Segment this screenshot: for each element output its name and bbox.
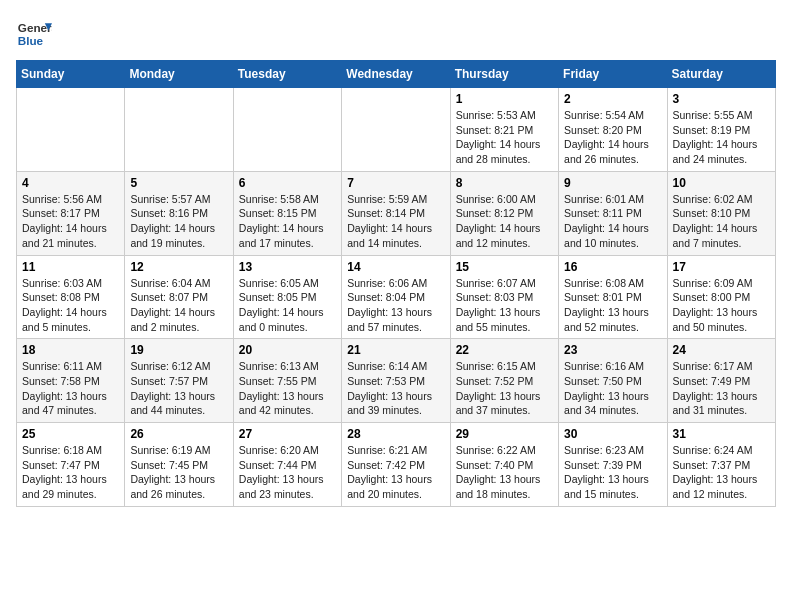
day-detail: Sunrise: 5:56 AMSunset: 8:17 PMDaylight:… (22, 192, 119, 251)
calendar-cell: 25Sunrise: 6:18 AMSunset: 7:47 PMDayligh… (17, 423, 125, 507)
day-number: 31 (673, 427, 770, 441)
day-detail: Sunrise: 6:01 AMSunset: 8:11 PMDaylight:… (564, 192, 661, 251)
day-detail: Sunrise: 6:03 AMSunset: 8:08 PMDaylight:… (22, 276, 119, 335)
day-number: 14 (347, 260, 444, 274)
day-number: 30 (564, 427, 661, 441)
day-header-thursday: Thursday (450, 61, 558, 88)
calendar-cell: 15Sunrise: 6:07 AMSunset: 8:03 PMDayligh… (450, 255, 558, 339)
svg-text:General: General (18, 21, 52, 34)
day-number: 11 (22, 260, 119, 274)
calendar-cell (233, 88, 341, 172)
calendar-cell (17, 88, 125, 172)
day-header-sunday: Sunday (17, 61, 125, 88)
day-number: 12 (130, 260, 227, 274)
day-number: 10 (673, 176, 770, 190)
calendar-cell: 3Sunrise: 5:55 AMSunset: 8:19 PMDaylight… (667, 88, 775, 172)
day-detail: Sunrise: 6:02 AMSunset: 8:10 PMDaylight:… (673, 192, 770, 251)
day-detail: Sunrise: 5:53 AMSunset: 8:21 PMDaylight:… (456, 108, 553, 167)
calendar-cell: 18Sunrise: 6:11 AMSunset: 7:58 PMDayligh… (17, 339, 125, 423)
calendar-cell: 12Sunrise: 6:04 AMSunset: 8:07 PMDayligh… (125, 255, 233, 339)
day-detail: Sunrise: 6:00 AMSunset: 8:12 PMDaylight:… (456, 192, 553, 251)
day-number: 26 (130, 427, 227, 441)
calendar-cell: 17Sunrise: 6:09 AMSunset: 8:00 PMDayligh… (667, 255, 775, 339)
calendar-cell: 23Sunrise: 6:16 AMSunset: 7:50 PMDayligh… (559, 339, 667, 423)
logo: General Blue (16, 16, 52, 52)
day-detail: Sunrise: 5:58 AMSunset: 8:15 PMDaylight:… (239, 192, 336, 251)
day-detail: Sunrise: 5:55 AMSunset: 8:19 PMDaylight:… (673, 108, 770, 167)
calendar-cell: 24Sunrise: 6:17 AMSunset: 7:49 PMDayligh… (667, 339, 775, 423)
logo-icon: General Blue (16, 16, 52, 52)
day-detail: Sunrise: 6:17 AMSunset: 7:49 PMDaylight:… (673, 359, 770, 418)
calendar-cell: 1Sunrise: 5:53 AMSunset: 8:21 PMDaylight… (450, 88, 558, 172)
day-header-friday: Friday (559, 61, 667, 88)
calendar-cell: 4Sunrise: 5:56 AMSunset: 8:17 PMDaylight… (17, 171, 125, 255)
day-header-monday: Monday (125, 61, 233, 88)
calendar-week-row: 11Sunrise: 6:03 AMSunset: 8:08 PMDayligh… (17, 255, 776, 339)
day-detail: Sunrise: 6:04 AMSunset: 8:07 PMDaylight:… (130, 276, 227, 335)
day-number: 1 (456, 92, 553, 106)
calendar-cell: 2Sunrise: 5:54 AMSunset: 8:20 PMDaylight… (559, 88, 667, 172)
day-number: 17 (673, 260, 770, 274)
day-number: 25 (22, 427, 119, 441)
calendar-week-row: 4Sunrise: 5:56 AMSunset: 8:17 PMDaylight… (17, 171, 776, 255)
day-header-wednesday: Wednesday (342, 61, 450, 88)
day-detail: Sunrise: 6:07 AMSunset: 8:03 PMDaylight:… (456, 276, 553, 335)
calendar-cell: 6Sunrise: 5:58 AMSunset: 8:15 PMDaylight… (233, 171, 341, 255)
day-detail: Sunrise: 5:59 AMSunset: 8:14 PMDaylight:… (347, 192, 444, 251)
day-detail: Sunrise: 6:05 AMSunset: 8:05 PMDaylight:… (239, 276, 336, 335)
day-detail: Sunrise: 6:16 AMSunset: 7:50 PMDaylight:… (564, 359, 661, 418)
day-detail: Sunrise: 6:24 AMSunset: 7:37 PMDaylight:… (673, 443, 770, 502)
day-detail: Sunrise: 6:09 AMSunset: 8:00 PMDaylight:… (673, 276, 770, 335)
day-number: 8 (456, 176, 553, 190)
day-detail: Sunrise: 6:08 AMSunset: 8:01 PMDaylight:… (564, 276, 661, 335)
calendar-cell: 9Sunrise: 6:01 AMSunset: 8:11 PMDaylight… (559, 171, 667, 255)
calendar-cell: 29Sunrise: 6:22 AMSunset: 7:40 PMDayligh… (450, 423, 558, 507)
calendar-cell: 14Sunrise: 6:06 AMSunset: 8:04 PMDayligh… (342, 255, 450, 339)
calendar-cell: 30Sunrise: 6:23 AMSunset: 7:39 PMDayligh… (559, 423, 667, 507)
calendar-cell: 21Sunrise: 6:14 AMSunset: 7:53 PMDayligh… (342, 339, 450, 423)
calendar-week-row: 1Sunrise: 5:53 AMSunset: 8:21 PMDaylight… (17, 88, 776, 172)
calendar-cell: 11Sunrise: 6:03 AMSunset: 8:08 PMDayligh… (17, 255, 125, 339)
calendar-week-row: 25Sunrise: 6:18 AMSunset: 7:47 PMDayligh… (17, 423, 776, 507)
day-number: 22 (456, 343, 553, 357)
day-detail: Sunrise: 6:21 AMSunset: 7:42 PMDaylight:… (347, 443, 444, 502)
day-number: 28 (347, 427, 444, 441)
day-detail: Sunrise: 6:15 AMSunset: 7:52 PMDaylight:… (456, 359, 553, 418)
day-number: 27 (239, 427, 336, 441)
calendar-cell: 31Sunrise: 6:24 AMSunset: 7:37 PMDayligh… (667, 423, 775, 507)
day-header-saturday: Saturday (667, 61, 775, 88)
day-number: 9 (564, 176, 661, 190)
calendar-cell: 26Sunrise: 6:19 AMSunset: 7:45 PMDayligh… (125, 423, 233, 507)
day-number: 3 (673, 92, 770, 106)
day-number: 7 (347, 176, 444, 190)
calendar-cell: 16Sunrise: 6:08 AMSunset: 8:01 PMDayligh… (559, 255, 667, 339)
calendar-table: SundayMondayTuesdayWednesdayThursdayFrid… (16, 60, 776, 507)
calendar-cell: 22Sunrise: 6:15 AMSunset: 7:52 PMDayligh… (450, 339, 558, 423)
day-detail: Sunrise: 6:13 AMSunset: 7:55 PMDaylight:… (239, 359, 336, 418)
calendar-cell: 27Sunrise: 6:20 AMSunset: 7:44 PMDayligh… (233, 423, 341, 507)
day-number: 2 (564, 92, 661, 106)
day-number: 18 (22, 343, 119, 357)
calendar-cell: 28Sunrise: 6:21 AMSunset: 7:42 PMDayligh… (342, 423, 450, 507)
day-detail: Sunrise: 6:20 AMSunset: 7:44 PMDaylight:… (239, 443, 336, 502)
day-detail: Sunrise: 6:22 AMSunset: 7:40 PMDaylight:… (456, 443, 553, 502)
day-detail: Sunrise: 5:57 AMSunset: 8:16 PMDaylight:… (130, 192, 227, 251)
day-detail: Sunrise: 6:12 AMSunset: 7:57 PMDaylight:… (130, 359, 227, 418)
day-detail: Sunrise: 6:11 AMSunset: 7:58 PMDaylight:… (22, 359, 119, 418)
day-number: 5 (130, 176, 227, 190)
day-detail: Sunrise: 6:14 AMSunset: 7:53 PMDaylight:… (347, 359, 444, 418)
day-number: 13 (239, 260, 336, 274)
calendar-cell: 10Sunrise: 6:02 AMSunset: 8:10 PMDayligh… (667, 171, 775, 255)
calendar-cell: 7Sunrise: 5:59 AMSunset: 8:14 PMDaylight… (342, 171, 450, 255)
day-number: 16 (564, 260, 661, 274)
calendar-header-row: SundayMondayTuesdayWednesdayThursdayFrid… (17, 61, 776, 88)
calendar-cell: 8Sunrise: 6:00 AMSunset: 8:12 PMDaylight… (450, 171, 558, 255)
svg-text:Blue: Blue (18, 34, 44, 47)
day-detail: Sunrise: 6:18 AMSunset: 7:47 PMDaylight:… (22, 443, 119, 502)
day-number: 19 (130, 343, 227, 357)
day-detail: Sunrise: 6:06 AMSunset: 8:04 PMDaylight:… (347, 276, 444, 335)
day-detail: Sunrise: 6:23 AMSunset: 7:39 PMDaylight:… (564, 443, 661, 502)
day-number: 29 (456, 427, 553, 441)
day-number: 15 (456, 260, 553, 274)
calendar-cell: 5Sunrise: 5:57 AMSunset: 8:16 PMDaylight… (125, 171, 233, 255)
